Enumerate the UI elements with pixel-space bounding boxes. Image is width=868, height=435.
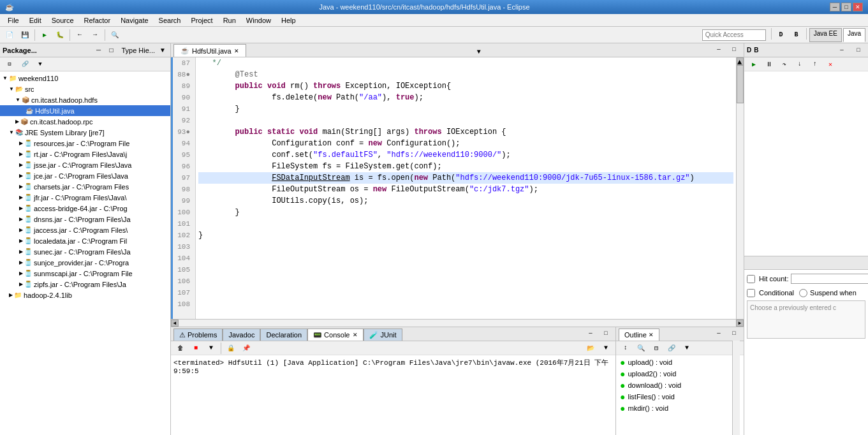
scroll-lock-button[interactable]: 🔒 <box>224 341 238 355</box>
suspend-button[interactable]: ⏸ <box>762 57 776 71</box>
menu-file[interactable]: File <box>3 15 24 26</box>
debug-minimize-button[interactable]: ─ <box>835 43 849 57</box>
tab-close-button[interactable]: ✕ <box>234 48 239 54</box>
tree-item-access-bridge-jar[interactable]: ▶ 🫙 access-bridge-64.jar - C:\Prog <box>0 203 170 214</box>
minimize-panel-button[interactable]: ─ <box>93 45 103 55</box>
tree-item-hdfs-package[interactable]: ▼ 📦 cn.itcast.hadoop.hdfs <box>0 94 170 105</box>
suspend-when-radio[interactable] <box>799 289 807 297</box>
tree-item-resources-jar[interactable]: ▶ 🫙 resources.jar - C:\Program File <box>0 138 170 149</box>
menu-project[interactable]: Project <box>186 15 217 26</box>
back-button[interactable]: ← <box>73 28 87 42</box>
tree-item-dnsns-jar[interactable]: ▶ 🫙 dnsns.jar - C:\Program Files\Ja <box>0 214 170 225</box>
outline-item-mkdir[interactable]: ● mkdir() : void <box>617 402 742 414</box>
search-button[interactable]: 🔍 <box>108 28 122 42</box>
menu-source[interactable]: Source <box>47 15 79 26</box>
tree-item-jaccess-jar[interactable]: ▶ 🫙 jaccess.jar - C:\Program Files\ <box>0 225 170 235</box>
step-into-button[interactable]: ↓ <box>793 57 807 71</box>
maximize-editor-button[interactable]: □ <box>727 43 741 57</box>
tab-console[interactable]: 📟 Console ✕ <box>307 328 364 341</box>
quick-access-input[interactable] <box>702 29 766 41</box>
tree-item-sunec-jar[interactable]: ▶ 🫙 sunec.jar - C:\Program Files\Ja <box>0 246 170 257</box>
minimize-editor-button[interactable]: ─ <box>712 43 726 57</box>
hscroll-right-button[interactable]: ► <box>736 320 744 327</box>
expand-jre[interactable]: ▼ <box>9 129 14 135</box>
tree-item-hadoop-lib[interactable]: ▶ 📁 hadoop-2.4.1lib <box>0 290 170 300</box>
editor-vscrollbar[interactable]: ▲ <box>736 57 744 319</box>
d-perspective[interactable]: D <box>774 28 788 42</box>
tab-javadoc[interactable]: Javadoc <box>223 328 260 341</box>
close-button[interactable]: ✕ <box>853 3 863 11</box>
debug-maximize-button[interactable]: □ <box>851 43 865 57</box>
tree-item-src[interactable]: ▼ 📂 src <box>0 84 170 94</box>
hdfsutil-tab[interactable]: ☕ HdfsUtil.java ✕ <box>173 44 246 57</box>
tab-junit[interactable]: 🧪 JUnit <box>364 328 402 341</box>
tree-item-hdfsutil[interactable]: ☕ HdfsUtil.java <box>0 105 170 116</box>
tree-item-rpc-package[interactable]: ▶ 📦 cn.itcast.hadoop.rpc <box>0 116 170 127</box>
hscroll-track[interactable] <box>179 320 736 327</box>
menu-help[interactable]: Help <box>276 15 301 26</box>
tree-item-sunjce-jar[interactable]: ▶ 🫙 sunjce_provider.jar - C:\Progra <box>0 257 170 268</box>
panel-menu-button[interactable]: ▼ <box>158 45 168 55</box>
hscroll-left-button[interactable]: ◄ <box>171 320 179 327</box>
step-out-button[interactable]: ↑ <box>808 57 822 71</box>
outline-item-download[interactable]: ● download() : void <box>617 380 742 391</box>
outline-collapse-button[interactable]: ⊟ <box>649 341 663 355</box>
expand-rpc-pkg[interactable]: ▶ <box>15 119 19 124</box>
tree-item-charsets-jar[interactable]: ▶ 🫙 charsets.jar - C:\Program Files <box>0 181 170 192</box>
java-perspective[interactable]: Java <box>843 28 865 42</box>
menu-navigate[interactable]: Navigate <box>115 15 153 26</box>
open-console-button[interactable]: 📂 <box>584 341 598 355</box>
hit-count-input[interactable] <box>791 274 868 284</box>
run-button[interactable]: ▶ <box>38 28 52 42</box>
expand-src[interactable]: ▼ <box>9 86 14 92</box>
disconnect-button[interactable]: ✕ <box>823 57 837 71</box>
stop-console-button[interactable]: ■ <box>189 341 203 355</box>
tree-item-localedata-jar[interactable]: ▶ 🫙 localedata.jar - C:\Program Fil <box>0 235 170 246</box>
expand-weekend110[interactable]: ▼ <box>3 75 8 81</box>
expand-hdfs-pkg[interactable]: ▼ <box>15 97 20 103</box>
save-button[interactable]: 💾 <box>18 28 32 42</box>
hit-count-checkbox[interactable] <box>747 275 755 283</box>
link-editor-button[interactable]: 🔗 <box>18 57 32 71</box>
tree-item-jfr-jar[interactable]: ▶ 🫙 jfr.jar - C:\Program Files\Java\ <box>0 192 170 203</box>
tree-item-weekend110[interactable]: ▼ 📁 weekend110 <box>0 73 170 84</box>
minimize-console-button[interactable]: ─ <box>584 327 598 341</box>
outline-item-upload2[interactable]: ● upload2() : void <box>617 368 742 380</box>
view-menu-button[interactable]: ▼ <box>33 57 47 71</box>
tree-item-sunmscapi-jar[interactable]: ▶ 🫙 sunmscapi.jar - C:\Program File <box>0 268 170 279</box>
tree-item-zipfs-jar[interactable]: ▶ 🫙 zipfs.jar - C:\Program Files\Ja <box>0 279 170 290</box>
menu-search[interactable]: Search <box>154 15 186 26</box>
maximize-panel-button[interactable]: □ <box>106 45 116 55</box>
editor-hscrollbar[interactable]: ◄ ► <box>171 319 744 327</box>
maximize-button[interactable]: □ <box>841 3 851 11</box>
console-vscrollbar[interactable] <box>732 341 740 435</box>
b-perspective[interactable]: B <box>790 28 804 42</box>
tab-menu-button[interactable]: ▼ <box>474 47 483 57</box>
sort-outline-button[interactable]: ↕ <box>619 341 633 355</box>
outline-link-button[interactable]: 🔗 <box>665 341 679 355</box>
menu-refactor[interactable]: Refactor <box>79 15 116 26</box>
outline-menu-button[interactable]: ▼ <box>680 341 694 355</box>
forward-button[interactable]: → <box>88 28 102 42</box>
condition-input-area[interactable]: Choose a previously entered c <box>747 300 865 339</box>
scrollbar-thumb[interactable] <box>737 65 744 103</box>
clear-console-button[interactable]: 🗑 <box>173 341 188 355</box>
type-hierarchy-tab[interactable]: Type Hie... <box>121 47 155 54</box>
minimize-button[interactable]: ─ <box>830 3 840 11</box>
maximize-console-button[interactable]: □ <box>599 327 613 341</box>
expand-hadoop-lib[interactable]: ▶ <box>9 292 13 298</box>
menu-run[interactable]: Run <box>218 15 241 26</box>
tree-item-jsse-jar[interactable]: ▶ 🫙 jsse.jar - C:\Program Files\Java <box>0 159 170 170</box>
tab-declaration[interactable]: Declaration <box>260 328 307 341</box>
menu-edit[interactable]: Edit <box>24 15 47 26</box>
tab-problems[interactable]: ⚠ Problems <box>173 328 223 341</box>
minimize-outline-button[interactable]: ─ <box>712 327 726 341</box>
tree-item-jce-jar[interactable]: ▶ 🫙 jce.jar - C:\Program Files\Java <box>0 170 170 181</box>
step-over-button[interactable]: ↷ <box>777 57 791 71</box>
tree-item-jre[interactable]: ▼ 📚 JRE System Library [jre7] <box>0 127 170 138</box>
debug-button[interactable]: 🐛 <box>53 28 67 42</box>
filter-outline-button[interactable]: 🔍 <box>634 341 648 355</box>
code-editor[interactable]: 87 88● 89 90 91 92 93● 94 95 96 97 98 99… <box>171 57 744 319</box>
new-button[interactable]: 📄 <box>3 28 17 42</box>
pin-console-button[interactable]: 📌 <box>239 341 253 355</box>
